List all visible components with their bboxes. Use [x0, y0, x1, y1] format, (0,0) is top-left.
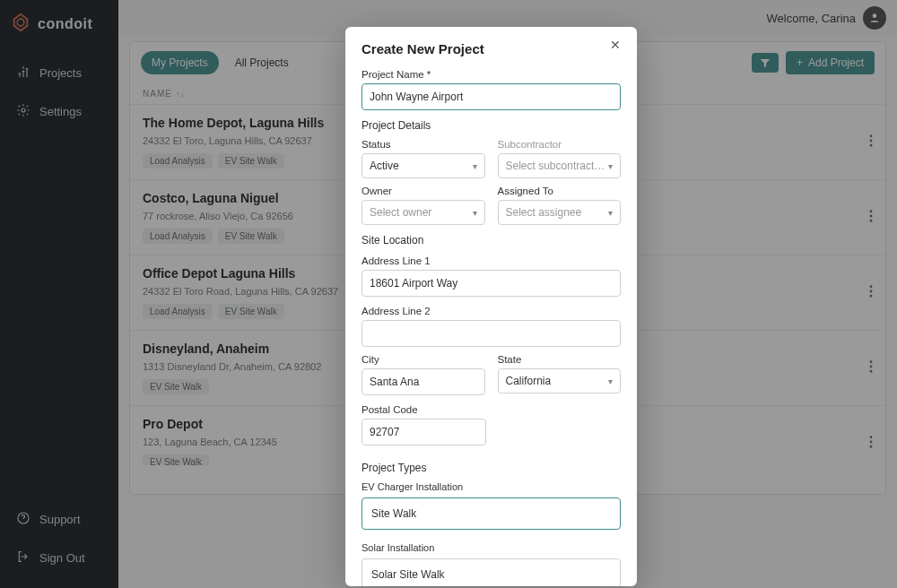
site-location-section: Site Location	[361, 234, 621, 246]
status-label: Status	[361, 139, 485, 150]
address1-label: Address Line 1	[361, 255, 621, 266]
state-label: State	[498, 354, 622, 365]
ev-charger-label: EV Charger Installation	[361, 481, 621, 492]
project-types-section: Project Types	[361, 462, 621, 474]
modal-title: Create New Project	[361, 41, 621, 56]
chevron-down-icon: ▾	[608, 161, 613, 171]
subcontractor-placeholder: Select subcontract…	[506, 160, 605, 172]
assigned-label: Assigned To	[498, 186, 622, 196]
chevron-down-icon: ▾	[473, 208, 477, 218]
state-value: California	[506, 375, 552, 387]
close-icon[interactable]: ✕	[605, 36, 626, 54]
project-name-label: Project Name *	[361, 69, 621, 80]
chevron-down-icon: ▾	[473, 161, 477, 171]
postal-label: Postal Code	[361, 404, 621, 415]
assigned-placeholder: Select assignee	[506, 206, 582, 219]
solar-sitewalk-option[interactable]: Solar Site Walk	[361, 558, 621, 586]
owner-label: Owner	[361, 186, 485, 196]
chevron-down-icon: ▾	[608, 376, 613, 386]
address2-label: Address Line 2	[361, 306, 621, 316]
address2-input[interactable]	[361, 320, 621, 347]
subcontractor-label: Subcontractor	[498, 139, 622, 150]
address1-input[interactable]	[361, 270, 621, 297]
ev-sitewalk-text: Site Walk	[371, 507, 416, 520]
owner-select[interactable]: Select owner ▾	[361, 200, 485, 225]
city-input[interactable]	[361, 368, 485, 395]
state-select[interactable]: California ▾	[498, 368, 622, 393]
owner-placeholder: Select owner	[370, 206, 431, 219]
postal-input[interactable]	[361, 419, 486, 445]
subcontractor-select[interactable]: Select subcontract… ▾	[498, 153, 622, 178]
ev-sitewalk-option[interactable]: Site Walk	[361, 497, 621, 530]
create-project-modal: ✕ Create New Project Project Name * Proj…	[345, 27, 637, 586]
solar-label: Solar Installation	[361, 542, 621, 553]
status-select[interactable]: Active ▾	[361, 153, 485, 178]
city-label: City	[361, 354, 485, 365]
project-name-input[interactable]	[361, 83, 621, 110]
chevron-down-icon: ▾	[608, 208, 613, 218]
project-details-section: Project Details	[361, 119, 621, 132]
solar-sitewalk-text: Solar Site Walk	[371, 568, 445, 581]
assigned-select[interactable]: Select assignee ▾	[498, 200, 622, 225]
status-value: Active	[370, 160, 399, 172]
